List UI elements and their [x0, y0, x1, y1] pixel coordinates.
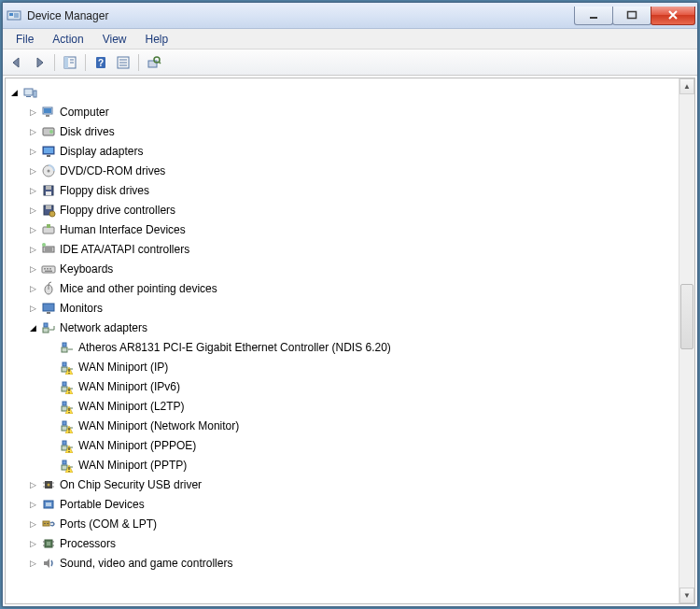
expand-icon[interactable]: ▷: [26, 164, 39, 177]
tree-category[interactable]: ▷ Monitors: [7, 298, 677, 318]
device-tree[interactable]: ◢ ▷ Computer ▷ Disk drives ▷ Display ada…: [6, 78, 679, 603]
svg-rect-51: [47, 312, 50, 314]
svg-point-42: [42, 243, 46, 247]
tree-device[interactable]: Atheros AR8131 PCI-E Gigabit Ethernet Co…: [7, 337, 677, 357]
expand-icon[interactable]: ▷: [26, 537, 39, 550]
svg-rect-75: [63, 421, 66, 425]
close-button[interactable]: [651, 7, 695, 25]
tree-category[interactable]: ▷ Mice and other pointing devices: [7, 278, 677, 298]
scan-hardware-button[interactable]: [144, 52, 164, 73]
expand-icon[interactable]: ▷: [26, 223, 39, 236]
tree-item-label: Processors: [60, 534, 116, 553]
toolbar-separator: [54, 54, 55, 71]
tree-item-label: WAN Miniport (L2TP): [78, 397, 185, 416]
mouse-icon: [41, 281, 56, 296]
svg-rect-35: [46, 205, 51, 209]
tree-item-label: WAN Miniport (Network Monitor): [78, 417, 239, 435]
svg-rect-28: [47, 155, 50, 157]
expand-icon[interactable]: ▷: [26, 145, 39, 158]
expand-icon[interactable]: ▷: [26, 184, 39, 197]
svg-rect-32: [46, 186, 51, 190]
tree-category-network[interactable]: ◢ Network adapters: [7, 318, 677, 337]
tree-item-label: Portable Devices: [60, 495, 145, 514]
svg-point-30: [48, 169, 50, 172]
toolbar-separator: [138, 54, 139, 71]
expand-icon[interactable]: ▷: [26, 557, 39, 570]
svg-rect-45: [47, 268, 49, 270]
tree-item-label: IDE ATA/ATAPI controllers: [60, 240, 189, 259]
tree-device[interactable]: WAN Miniport (Network Monitor): [7, 416, 677, 435]
svg-point-36: [49, 211, 55, 217]
collapse-icon[interactable]: ◢: [26, 321, 39, 334]
tree-category[interactable]: ▷ Computer: [7, 102, 677, 121]
tree-category[interactable]: ▷ Keyboards: [7, 259, 677, 278]
minimize-button[interactable]: [574, 7, 613, 25]
vertical-scrollbar[interactable]: ▲ ▼: [679, 78, 694, 603]
tree-category[interactable]: ▷ Disk drives: [7, 121, 677, 141]
tree-item-label: WAN Miniport (PPTP): [78, 456, 187, 474]
back-button[interactable]: [7, 52, 27, 73]
toolbar: ?: [3, 50, 697, 76]
expand-icon[interactable]: ▷: [26, 106, 39, 119]
tree-device[interactable]: WAN Miniport (IPv6): [7, 376, 677, 396]
scroll-up-button[interactable]: ▲: [679, 78, 694, 94]
tree-root[interactable]: ◢: [7, 82, 677, 102]
menu-file[interactable]: File: [7, 31, 43, 48]
svg-rect-96: [46, 503, 51, 506]
tree-category[interactable]: ▷ DVD/CD-ROM drives: [7, 161, 677, 180]
expand-icon[interactable]: ▷: [26, 204, 39, 217]
tree-category[interactable]: ▷ On Chip Security USB driver: [7, 474, 677, 494]
tree-category[interactable]: ▷ Floppy disk drives: [7, 180, 677, 200]
menu-help[interactable]: Help: [136, 31, 178, 48]
svg-rect-47: [45, 270, 52, 272]
tree-item-label: WAN Miniport (PPPOE): [78, 436, 196, 455]
titlebar[interactable]: Device Manager: [3, 3, 697, 29]
scroll-down-button[interactable]: ▼: [679, 588, 694, 603]
tree-item-label: Monitors: [60, 299, 103, 318]
expand-icon[interactable]: ▷: [26, 282, 39, 295]
svg-rect-83: [68, 451, 69, 452]
expand-icon[interactable]: ▷: [26, 243, 39, 256]
properties-button[interactable]: [113, 52, 133, 73]
tree-category[interactable]: ▷ Ports (COM & LPT): [7, 514, 677, 533]
tree-category[interactable]: ▷ Floppy drive controllers: [7, 200, 677, 220]
tree-category[interactable]: ▷ Display adapters: [7, 141, 677, 161]
tree-device[interactable]: WAN Miniport (PPPOE): [7, 435, 677, 455]
tree-item-label: Computer: [60, 103, 109, 121]
svg-rect-72: [68, 408, 69, 411]
menu-action[interactable]: Action: [43, 31, 92, 48]
tree-item-label: Sound, video and game controllers: [60, 554, 232, 573]
tree-category[interactable]: ▷ Human Interface Devices: [7, 220, 677, 239]
portable-icon: [41, 497, 56, 512]
tree-item-label: Floppy drive controllers: [60, 201, 175, 220]
expand-icon[interactable]: ▷: [26, 478, 39, 491]
tree-item-label: Display adapters: [60, 142, 143, 161]
menu-view[interactable]: View: [93, 31, 136, 48]
expand-icon[interactable]: ▷: [26, 125, 39, 138]
svg-rect-87: [68, 467, 69, 470]
disk-icon: [41, 124, 56, 139]
tree-device[interactable]: WAN Miniport (IP): [7, 357, 677, 376]
svg-rect-68: [68, 392, 69, 393]
expand-icon[interactable]: ▷: [26, 517, 39, 531]
help-button[interactable]: ?: [91, 52, 111, 73]
scroll-thumb[interactable]: [680, 284, 693, 349]
tree-category[interactable]: ▷ IDE ATA/ATAPI controllers: [7, 239, 677, 259]
tree-device[interactable]: WAN Miniport (L2TP): [7, 396, 677, 416]
tree-category[interactable]: ▷ Portable Devices: [7, 494, 677, 514]
show-hide-tree-button[interactable]: [60, 52, 80, 73]
content-area: ◢ ▷ Computer ▷ Disk drives ▷ Display ada…: [5, 78, 695, 604]
tree-device[interactable]: WAN Miniport (PPTP): [7, 455, 677, 474]
tree-category[interactable]: ▷ Processors: [7, 533, 677, 553]
tree-category[interactable]: ▷ Sound, video and game controllers: [7, 553, 677, 573]
expand-icon[interactable]: ▷: [26, 262, 39, 276]
expand-icon[interactable]: ▷: [26, 302, 39, 315]
maximize-button[interactable]: [612, 7, 651, 25]
forward-button[interactable]: [29, 52, 49, 73]
collapse-icon[interactable]: ◢: [7, 86, 21, 99]
svg-line-17: [159, 62, 161, 64]
network-adapter-icon: [60, 458, 75, 473]
network-adapter-icon: [60, 360, 75, 375]
svg-rect-63: [68, 373, 69, 374]
expand-icon[interactable]: ▷: [26, 498, 39, 511]
